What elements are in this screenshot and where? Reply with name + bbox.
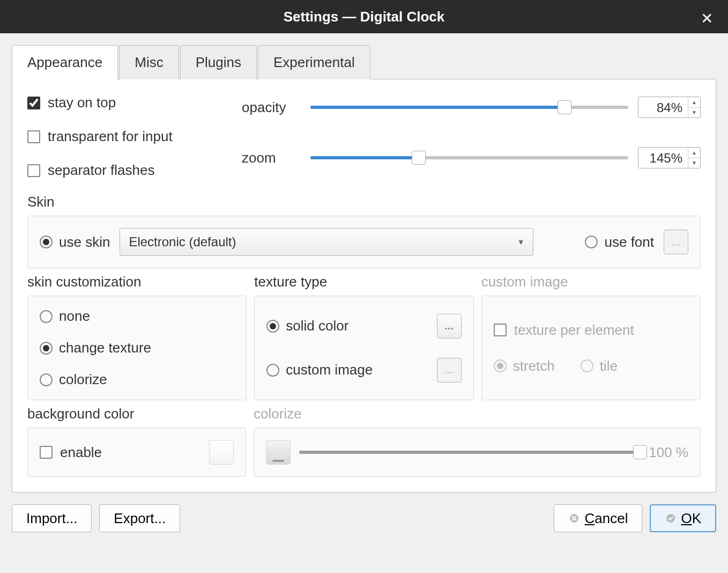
cancel-icon bbox=[568, 512, 580, 524]
solid-color-picker-button[interactable]: ... bbox=[437, 314, 462, 339]
export-button[interactable]: Export... bbox=[99, 504, 180, 532]
close-icon[interactable]: ✕ bbox=[701, 10, 713, 27]
background-color-group: enable bbox=[27, 428, 246, 477]
use-font-radio[interactable]: use font bbox=[585, 234, 654, 251]
opacity-value: 84% bbox=[638, 97, 688, 117]
tab-experimental[interactable]: Experimental bbox=[258, 45, 370, 79]
texture-per-element-checkbox: texture per element bbox=[494, 322, 688, 339]
font-picker-button: ... bbox=[664, 230, 688, 254]
separator-flashes-checkbox[interactable]: separator flashes bbox=[27, 162, 242, 179]
tab-appearance[interactable]: Appearance bbox=[12, 45, 118, 79]
use-skin-label: use skin bbox=[59, 234, 110, 251]
bg-enable-label: enable bbox=[60, 444, 102, 461]
svg-point-1 bbox=[666, 514, 675, 523]
appearance-panel: stay on top transparent for input separa… bbox=[12, 79, 716, 493]
ok-icon bbox=[665, 512, 677, 524]
skin-combo-value: Electronic (default) bbox=[129, 234, 236, 249]
custo-change-texture-radio[interactable]: change texture bbox=[40, 340, 234, 356]
stay-on-top-checkbox[interactable]: stay on top bbox=[27, 94, 242, 111]
dialog-footer: Import... Export... Cancel OK bbox=[0, 504, 728, 544]
texture-custom-label: custom image bbox=[286, 362, 373, 378]
stretch-radio: stretch bbox=[494, 358, 555, 374]
skin-customization-heading: skin customization bbox=[27, 274, 247, 290]
custo-none-radio[interactable]: none bbox=[40, 308, 234, 325]
chevron-down-icon: ▼ bbox=[517, 238, 525, 246]
separator-flashes-label: separator flashes bbox=[48, 162, 154, 179]
custo-change-texture-label: change texture bbox=[59, 340, 151, 356]
custom-image-picker-button: ... bbox=[437, 358, 462, 383]
stretch-label: stretch bbox=[513, 358, 555, 374]
opacity-slider[interactable] bbox=[310, 102, 628, 112]
use-skin-radio[interactable]: use skin bbox=[40, 234, 110, 251]
bg-enable-checkbox[interactable]: enable bbox=[40, 444, 102, 461]
texture-type-heading: texture type bbox=[254, 274, 473, 290]
colorize-slider bbox=[299, 447, 640, 457]
stay-on-top-label: stay on top bbox=[48, 94, 116, 111]
opacity-down-icon[interactable]: ▼ bbox=[688, 108, 700, 118]
skin-heading: Skin bbox=[27, 194, 701, 210]
colorize-color-swatch bbox=[266, 440, 291, 465]
skin-customization-group: none change texture colorize bbox=[27, 296, 247, 400]
tab-plugins[interactable]: Plugins bbox=[180, 45, 257, 79]
transparent-input-label: transparent for input bbox=[48, 128, 173, 145]
tile-label: tile bbox=[600, 358, 618, 374]
custom-image-group: texture per element stretch tile bbox=[481, 296, 701, 400]
texture-solid-label: solid color bbox=[286, 318, 348, 334]
skin-combo[interactable]: Electronic (default) ▼ bbox=[120, 228, 533, 256]
texture-type-group: solid color ... custom image ... bbox=[254, 296, 473, 400]
texture-custom-radio[interactable]: custom image bbox=[266, 362, 373, 378]
opacity-spinbox[interactable]: 84% ▲ ▼ bbox=[638, 97, 701, 118]
opacity-label: opacity bbox=[242, 99, 301, 116]
texture-per-element-label: texture per element bbox=[514, 322, 634, 339]
zoom-label: zoom bbox=[242, 150, 301, 166]
transparent-input-checkbox[interactable]: transparent for input bbox=[27, 128, 242, 145]
ok-button[interactable]: OK bbox=[650, 504, 716, 532]
colorize-value: 100 % bbox=[649, 444, 688, 461]
colorize-heading: colorize bbox=[254, 406, 701, 422]
zoom-down-icon[interactable]: ▼ bbox=[688, 158, 700, 168]
use-font-label: use font bbox=[604, 234, 654, 251]
background-color-heading: background color bbox=[27, 406, 246, 422]
titlebar: Settings — Digital Clock ✕ bbox=[0, 0, 728, 33]
tab-misc[interactable]: Misc bbox=[119, 45, 179, 79]
colorize-group: 100 % bbox=[254, 428, 701, 477]
custo-colorize-radio[interactable]: colorize bbox=[40, 371, 234, 388]
window-title: Settings — Digital Clock bbox=[284, 9, 445, 25]
texture-solid-radio[interactable]: solid color bbox=[266, 318, 348, 334]
custo-colorize-label: colorize bbox=[59, 371, 107, 388]
zoom-slider[interactable] bbox=[310, 153, 628, 163]
bg-color-swatch[interactable] bbox=[209, 440, 234, 465]
opacity-up-icon[interactable]: ▲ bbox=[688, 97, 700, 108]
zoom-spinbox[interactable]: 145% ▲ ▼ bbox=[638, 147, 701, 168]
custo-none-label: none bbox=[59, 308, 90, 325]
tab-bar: Appearance Misc Plugins Experimental bbox=[12, 45, 716, 79]
custom-image-heading: custom image bbox=[481, 274, 701, 290]
zoom-value: 145% bbox=[638, 148, 688, 168]
zoom-up-icon[interactable]: ▲ bbox=[688, 148, 700, 158]
tile-radio: tile bbox=[581, 358, 618, 374]
import-button[interactable]: Import... bbox=[12, 504, 92, 532]
skin-group: use skin Electronic (default) ▼ use font… bbox=[27, 216, 701, 268]
cancel-button[interactable]: Cancel bbox=[554, 504, 642, 532]
